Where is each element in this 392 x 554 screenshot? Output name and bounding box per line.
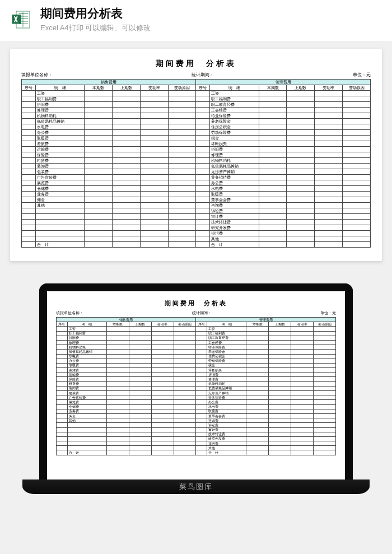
item-cell: 无形资产摊销 [207, 391, 246, 395]
table-row: 职工福利费职工福利费 [22, 96, 371, 102]
item-cell: 职工福利费 [35, 96, 84, 102]
table-row: 业务费取暖费 [57, 409, 336, 413]
meta-unit: 单位：元 [353, 72, 371, 78]
watermark: 菜鸟图库 [179, 482, 213, 492]
item-cell: 住房公积金 [207, 354, 246, 359]
item-cell: 职工福利费 [207, 331, 246, 336]
item-cell: 低值易耗品摊销 [207, 386, 246, 390]
item-cell: 取暖费 [67, 363, 106, 367]
col-header: 本期数 [259, 85, 287, 91]
item-cell: 广告宣传费 [35, 175, 84, 180]
table-row: 水电费住房公积金 [22, 124, 371, 130]
excel-icon [11, 10, 31, 30]
col-header: 本期数 [85, 85, 113, 91]
item-cell: 修理费 [35, 108, 84, 113]
item-cell: 办公费 [207, 400, 246, 404]
item-cell [35, 236, 84, 242]
item-cell [67, 441, 106, 446]
col-header: 变动率 [315, 85, 343, 91]
table-row: 保险费修理费 [22, 152, 371, 158]
table-row: 保险费修理费 [57, 377, 336, 381]
item-cell: 诉讼费 [207, 423, 246, 427]
item-cell: 办公费 [35, 130, 84, 136]
item-cell: 取暖费 [35, 136, 84, 141]
item-cell: 审计费 [207, 427, 246, 432]
item-cell: 工资 [35, 91, 84, 96]
item-cell: 水电费 [67, 354, 106, 359]
table-row: 包装费无形资产摊销 [22, 169, 371, 175]
item-cell: 咨询费 [207, 418, 246, 423]
table-row: 取暖费税金 [22, 136, 371, 141]
item-cell [67, 427, 106, 432]
table-row: 广告宣传费业务招待费 [57, 395, 336, 400]
table-row: 其他 [57, 446, 336, 450]
table-row: 运输费折旧费 [57, 373, 336, 377]
item-cell: 修理费 [67, 340, 106, 344]
item-cell: 职工教育经费 [207, 336, 246, 340]
table-row: 折旧费职工教育经费 [57, 336, 336, 340]
table-row: 修理费工会经费 [22, 108, 371, 113]
item-cell: 差旅费 [35, 141, 84, 147]
table-body-preview: 工资工资职工福利费职工福利费折旧费职工教育经费修理费工会经费机物料消耗待业保险费… [57, 327, 336, 455]
col-header: 变动原因 [168, 85, 196, 91]
item-cell: 差旅费 [67, 368, 106, 373]
col-header: 变动率 [291, 322, 314, 327]
item-cell: 展览费 [35, 180, 84, 186]
item-cell: 佣金 [35, 197, 84, 203]
col-header: 明 细 [210, 85, 259, 91]
item-cell: 机物料消耗 [67, 345, 106, 350]
table-row: 审计费 [57, 427, 336, 432]
item-cell [35, 231, 84, 236]
item-cell [67, 446, 106, 450]
item-cell: 职工福利费 [210, 96, 259, 102]
item-cell: 水电费 [35, 124, 84, 130]
item-cell: 保险费 [67, 377, 106, 381]
col-header: 本期数 [246, 322, 269, 327]
item-cell: 修理费 [207, 377, 246, 381]
table-row: 其他 [22, 236, 371, 242]
col-header: 序号 [196, 322, 207, 327]
total-row: 合 计合 计 [22, 242, 371, 248]
table-row: 技术转让费 [22, 220, 371, 225]
page-header: 期间费用分析表 Excel A4打印 可以编辑、可以修改 [0, 0, 392, 41]
section-sales: 销售费用 [22, 80, 196, 85]
expense-table-main: 销售费用管理费用序号明 细本期数上期数变动率变动原因序号明 细本期数上期数变动率… [21, 79, 371, 248]
table-row: 研究开发费 [57, 436, 336, 441]
item-cell: 水电费 [207, 404, 246, 409]
col-header: 上期数 [287, 85, 315, 91]
table-row: 展览费办公费 [57, 400, 336, 404]
item-cell: 运输费 [35, 147, 84, 152]
table-row: 低值易耗品摊销养老保险金 [57, 350, 336, 354]
header-title: 期间费用分析表 [40, 6, 381, 21]
item-cell: 董事会会费 [210, 197, 259, 203]
svg-rect-7 [12, 15, 22, 24]
col-header: 变动原因 [314, 322, 336, 327]
item-cell: 养老保险金 [207, 350, 246, 354]
item-cell: 取暖费 [207, 409, 246, 413]
item-cell: 仓储费 [35, 186, 84, 192]
total-row: 合 计合 计 [57, 450, 336, 455]
table-row: 诉讼费 [57, 423, 336, 427]
item-cell: 待业保险费 [207, 345, 246, 350]
meta-unit-preview: 单位：元 [320, 311, 336, 316]
sheet-title: 期间费用 分析表 [21, 59, 371, 69]
col-header: 明 细 [35, 85, 84, 91]
item-cell: 装卸费 [35, 164, 84, 169]
expense-table-preview: 销售费用管理费用序号明 细本期数上期数变动率变动原因序号明 细本期数上期数变动率… [56, 317, 336, 455]
table-row: 租赁费机物料消耗 [57, 381, 336, 386]
col-header: 序号 [22, 85, 36, 91]
table-row: 诉讼费 [22, 208, 371, 214]
item-cell: 仓储费 [67, 404, 106, 409]
item-cell: 广告宣传费 [67, 395, 106, 400]
header-text-block: 期间费用分析表 Excel A4打印 可以编辑、可以修改 [40, 6, 381, 33]
table-row: 技术转让费 [57, 432, 336, 436]
item-cell: 折旧费 [210, 147, 259, 152]
item-cell: 机物料消耗 [35, 113, 84, 119]
section-sales: 销售费用 [57, 318, 196, 322]
table-row: 工资工资 [57, 327, 336, 331]
item-cell: 研究开发费 [210, 225, 259, 231]
item-cell: 工会经费 [210, 108, 259, 113]
col-header: 本期数 [106, 322, 129, 327]
meta-row-preview: 填报单位名称： 统计期间： 单位：元 [56, 311, 336, 316]
item-cell: 诉讼费 [210, 208, 259, 214]
